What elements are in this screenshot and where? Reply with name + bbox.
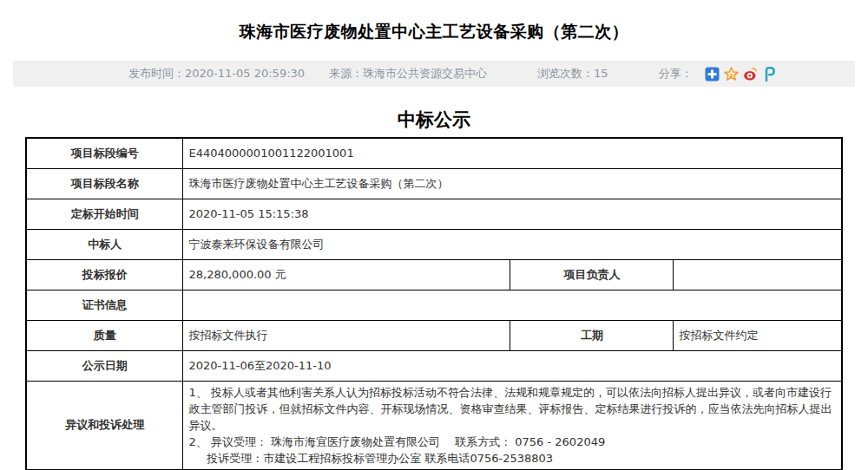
row-value-quality: 按招标文件执行 xyxy=(183,320,510,350)
row-value-winner: 宁波泰来环保设备有限公司 xyxy=(183,229,842,259)
row-label-duration: 工期 xyxy=(510,320,674,350)
view-count-label: 浏览次数： xyxy=(537,67,594,80)
row-label-objection: 异议和投诉处理 xyxy=(26,381,183,470)
row-label-project-code: 项目标段编号 xyxy=(26,138,183,168)
row-value-duration: 按招标文件约定 xyxy=(674,320,842,350)
objection-line-3: 投诉受理：市建设工程招标投标管理办公室 联系电话0756-2538803 xyxy=(188,450,836,467)
publish-time-label: 发布时间： xyxy=(128,67,185,80)
table-row: 异议和投诉处理 1、 投标人或者其他利害关系人认为招标投标活动不符合法律、法规和… xyxy=(26,381,842,470)
weibo-icon[interactable] xyxy=(743,67,758,82)
page-title: 珠海市医疗废物处置中心主工艺设备采购（第二次） xyxy=(0,0,868,43)
share-icon-group: z xyxy=(705,67,777,82)
svg-text:z: z xyxy=(729,71,733,78)
publish-time-value: 2020-11-05 20:59:30 xyxy=(185,67,305,80)
share-label: 分享： xyxy=(659,66,693,82)
table-row: 中标人 宁波泰来环保设备有限公司 xyxy=(26,229,842,259)
row-value-objection: 1、 投标人或者其他利害关系人认为招标投标活动不符合法律、法规和规章规定的，可以… xyxy=(183,381,842,470)
section-title: 中标公示 xyxy=(0,108,868,132)
objection-line-2: 2、 异议受理： 珠海市海宜医疗废物处置有限公司 联系方式： 0756 - 26… xyxy=(188,434,836,450)
table-row: 投标报价 28,280,000.00 元 项目负责人 xyxy=(26,259,842,290)
share-more-icon[interactable] xyxy=(705,67,720,82)
source-label: 来源： xyxy=(329,67,363,80)
row-label-certificate: 证书信息 xyxy=(26,290,183,320)
row-label-bid-price: 投标报价 xyxy=(26,259,183,290)
row-label-start-time: 定标开始时间 xyxy=(26,199,183,229)
objection-line-1: 1、 投标人或者其他利害关系人认为招标投标活动不符合法律、法规和规章规定的，可以… xyxy=(188,384,836,434)
row-value-project-code: E4404000001001122001001 xyxy=(183,138,842,168)
table-row: 公示日期 2020-11-06至2020-11-10 xyxy=(26,350,842,381)
view-count-value: 15 xyxy=(594,67,608,80)
table-row: 证书信息 xyxy=(26,290,842,320)
view-count: 浏览次数：15 xyxy=(537,66,608,82)
row-label-project-name: 项目标段名称 xyxy=(26,168,183,199)
source-value: 珠海市公共资源交易中心 xyxy=(363,67,487,80)
publish-time: 发布时间：2020-11-05 20:59:30 xyxy=(128,66,305,82)
meta-bar: 发布时间：2020-11-05 20:59:30 来源：珠海市公共资源交易中心 … xyxy=(13,61,855,87)
table-row: 项目标段编号 E4404000001001122001001 xyxy=(26,138,842,168)
row-label-winner: 中标人 xyxy=(26,229,183,259)
table-row: 定标开始时间 2020-11-05 15:15:38 xyxy=(26,199,842,229)
row-value-project-manager xyxy=(674,259,842,290)
row-value-certificate xyxy=(183,290,842,320)
qzone-star-icon[interactable]: z xyxy=(724,67,739,82)
bid-result-table: 项目标段编号 E4404000001001122001001 项目标段名称 珠海… xyxy=(25,137,843,470)
row-label-project-manager: 项目负责人 xyxy=(510,259,674,290)
row-label-quality: 质量 xyxy=(26,320,183,350)
table-row: 质量 按招标文件执行 工期 按招标文件约定 xyxy=(26,320,842,350)
row-value-bid-price: 28,280,000.00 元 xyxy=(183,259,510,290)
row-value-start-time: 2020-11-05 15:15:38 xyxy=(183,199,842,229)
source: 来源：珠海市公共资源交易中心 xyxy=(329,66,487,82)
row-value-project-name: 珠海市医疗废物处置中心主工艺设备采购（第二次） xyxy=(183,168,842,199)
row-value-publicity-date: 2020-11-06至2020-11-10 xyxy=(183,350,842,381)
table-row: 项目标段名称 珠海市医疗废物处置中心主工艺设备采购（第二次） xyxy=(26,168,842,199)
announcement-page: 珠海市医疗废物处置中心主工艺设备采购（第二次） 发布时间：2020-11-05 … xyxy=(0,0,868,470)
row-label-publicity-date: 公示日期 xyxy=(26,350,183,381)
pengyou-icon[interactable] xyxy=(762,67,777,82)
